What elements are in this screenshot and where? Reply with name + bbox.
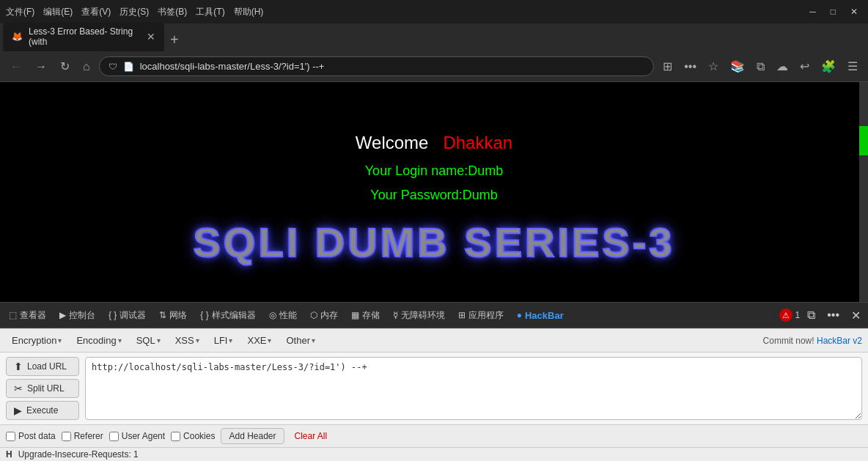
- scrollbar-thumb[interactable]: [859, 126, 868, 155]
- performance-icon: ◎: [269, 310, 276, 320]
- window-controls: ─ □ ✕: [805, 5, 862, 18]
- menu-button[interactable]: ☰: [843, 56, 862, 76]
- hackbar-menu-row: Encryption ▾ Encoding ▾ SQL ▾ XSS ▾ LFI …: [0, 329, 868, 353]
- split-url-button[interactable]: ✂ Split URL: [6, 379, 79, 398]
- sync-button[interactable]: ☁: [772, 56, 792, 76]
- login-info: Your Login name:Dumb Your Password:Dumb: [194, 159, 675, 207]
- extensions-button[interactable]: 🧩: [817, 56, 840, 76]
- bottom-row-text: Upgrade-Insecure-Requests: 1: [18, 449, 139, 460]
- url-display[interactable]: localhost/sqli-labs-master/Less-3/?id=1'…: [140, 61, 325, 72]
- close-button[interactable]: ✕: [846, 5, 862, 18]
- devtools-more-button[interactable]: •••: [823, 306, 844, 325]
- bottom-row-icon: H: [6, 449, 12, 460]
- back-button[interactable]: ←: [6, 57, 26, 76]
- hackbar-action-buttons: ⬆ Load URL ✂ Split URL ▶ Execute: [6, 357, 79, 420]
- accessibility-icon: ☿: [393, 310, 398, 320]
- post-data-checkbox[interactable]: [6, 432, 15, 441]
- address-bar[interactable]: 🛡 📄 localhost/sqli-labs-master/Less-3/?i…: [99, 56, 655, 76]
- error-icon: ⚠: [782, 311, 790, 320]
- minimize-button[interactable]: ─: [805, 5, 820, 18]
- maximize-button[interactable]: □: [826, 5, 840, 18]
- devtools-close-button[interactable]: ✕: [847, 306, 865, 325]
- inspector-icon: ⬚: [9, 310, 17, 320]
- referer-checkbox-group[interactable]: Referer: [62, 431, 103, 441]
- menu-tools[interactable]: 工具(T): [196, 6, 224, 18]
- undo-button[interactable]: ↩: [795, 56, 814, 76]
- hackbar-encoding-menu[interactable]: Encoding ▾: [70, 333, 127, 348]
- devtools-style-editor-button[interactable]: { } 样式编辑器: [194, 306, 261, 325]
- page-scrollbar[interactable]: [859, 82, 868, 302]
- user-agent-checkbox-group[interactable]: User Agent: [109, 431, 165, 441]
- sidebar-button[interactable]: ⧉: [752, 56, 769, 76]
- clear-all-button[interactable]: Clear All: [290, 429, 332, 443]
- other-dropdown-arrow: ▾: [312, 336, 315, 344]
- console-icon: ▶: [59, 310, 66, 320]
- user-agent-checkbox[interactable]: [109, 432, 119, 441]
- devtools-network-button[interactable]: ⇅ 网络: [153, 306, 193, 325]
- bookmark-button[interactable]: ☆: [704, 56, 723, 76]
- hackbar-version-link[interactable]: HackBar v2: [817, 336, 862, 346]
- devtools-toolbar: ⬚ 查看器 ▶ 控制台 { } 调试器 ⇅ 网络 { } 样式编辑器 ◎ 性能 …: [0, 302, 868, 328]
- devtools-performance-button[interactable]: ◎ 性能: [263, 306, 303, 325]
- reload-button[interactable]: ↻: [56, 56, 74, 76]
- devtools-memory-button[interactable]: ⬡ 内存: [304, 306, 344, 325]
- cookies-checkbox-group[interactable]: Cookies: [171, 431, 215, 441]
- page-icon: 📄: [123, 62, 134, 72]
- menu-help[interactable]: 帮助(H): [234, 6, 264, 18]
- sqli-title-banner: SQLI DUMB SERIES-3: [194, 218, 675, 266]
- error-badge: ⚠: [779, 309, 792, 322]
- debugger-icon: { }: [108, 310, 117, 320]
- devtools-storage-button[interactable]: ▦ 存储: [345, 306, 386, 325]
- hackbar-bottom-row: H Upgrade-Insecure-Requests: 1: [0, 447, 868, 461]
- tab-bar: 🦊 Less-3 Error Based- String (with ✕ +: [0, 23, 868, 51]
- library-button[interactable]: 📚: [726, 56, 749, 76]
- navbar: ← → ↻ ⌂ 🛡 📄 localhost/sqli-labs-master/L…: [0, 51, 868, 82]
- active-tab[interactable]: 🦊 Less-3 Error Based- String (with ✕: [3, 22, 164, 51]
- load-url-button[interactable]: ⬆ Load URL: [6, 357, 79, 376]
- hackbar-xss-menu[interactable]: XSS ▾: [169, 333, 205, 348]
- execute-icon: ▶: [14, 405, 22, 416]
- network-icon: ⇅: [159, 310, 166, 320]
- devtools-console-button[interactable]: ▶ 控制台: [54, 306, 101, 325]
- menu-edit[interactable]: 编辑(E): [43, 6, 73, 18]
- home-button[interactable]: ⌂: [78, 57, 95, 76]
- hackbar-footer: Post data Referer User Agent Cookies Add…: [0, 424, 868, 447]
- menu-bookmarks[interactable]: 书签(B): [158, 6, 187, 18]
- memory-icon: ⬡: [310, 310, 317, 320]
- hackbar-dot-icon: ●: [517, 310, 522, 320]
- new-tab-button[interactable]: +: [164, 28, 185, 51]
- devtools-inspector-button[interactable]: ⬚ 查看器: [3, 306, 52, 325]
- xxe-dropdown-arrow: ▾: [268, 336, 271, 344]
- hackbar-xxe-menu[interactable]: XXE ▾: [241, 333, 277, 348]
- hackbar-sql-menu[interactable]: SQL ▾: [130, 333, 166, 348]
- grid-button[interactable]: ⊞: [658, 56, 677, 76]
- username-display: Dhakkan: [443, 133, 512, 152]
- encryption-dropdown-arrow: ▾: [58, 336, 62, 344]
- style-icon: { }: [200, 310, 208, 320]
- devtools-accessibility-button[interactable]: ☿ 无障碍环境: [387, 306, 451, 325]
- hackbar-button[interactable]: ● HackBar: [511, 307, 570, 324]
- menu-history[interactable]: 历史(S): [119, 6, 149, 18]
- tab-close-button[interactable]: ✕: [147, 31, 155, 43]
- load-url-icon: ⬆: [14, 361, 23, 372]
- cookies-checkbox[interactable]: [171, 432, 180, 441]
- hackbar-panel: Encryption ▾ Encoding ▾ SQL ▾ XSS ▾ LFI …: [0, 328, 868, 461]
- post-data-checkbox-group[interactable]: Post data: [6, 431, 56, 441]
- menu-file[interactable]: 文件(F): [6, 6, 34, 18]
- hackbar-lfi-menu[interactable]: LFI ▾: [208, 333, 239, 348]
- execute-button[interactable]: ▶ Execute: [6, 401, 79, 420]
- menu-view[interactable]: 查看(V): [81, 6, 111, 18]
- tab-favicon: 🦊: [12, 32, 23, 42]
- page-content: Welcome Dhakkan Your Login name:Dumb You…: [0, 82, 868, 302]
- url-textarea[interactable]: http://localhost/sqli-labs-master/Less-3…: [85, 357, 862, 420]
- forward-button[interactable]: →: [31, 57, 51, 76]
- titlebar-menu: 文件(F) 编辑(E) 查看(V) 历史(S) 书签(B) 工具(T) 帮助(H…: [6, 6, 263, 18]
- more-button[interactable]: •••: [680, 56, 701, 76]
- hackbar-other-menu[interactable]: Other ▾: [280, 333, 321, 348]
- devtools-apps-button[interactable]: ⊞ 应用程序: [452, 306, 510, 325]
- referer-checkbox[interactable]: [62, 432, 71, 441]
- devtools-debugger-button[interactable]: { } 调试器: [103, 306, 152, 325]
- add-header-button[interactable]: Add Header: [221, 428, 284, 444]
- hackbar-encryption-menu[interactable]: Encryption ▾: [6, 333, 67, 348]
- devtools-dock-button[interactable]: ⧉: [803, 306, 820, 325]
